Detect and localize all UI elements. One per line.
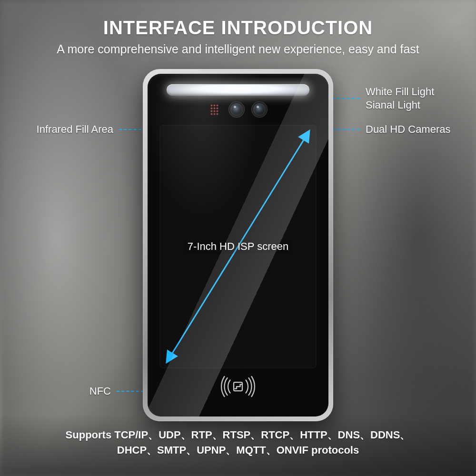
content-root: INTERFACE INTRODUCTION A more comprehens… — [0, 0, 476, 476]
device-glass: 7-Inch HD ISP screen — [148, 74, 328, 416]
page-subtitle: A more comprehensive and intelligent new… — [0, 42, 476, 56]
infrared-array-icon — [211, 105, 220, 115]
protocols-line: Supports TCP/IP、UDP、RTP、RTSP、RTCP、HTTP、D… — [57, 427, 419, 443]
page-title: INTERFACE INTRODUCTION — [0, 0, 476, 39]
annotation-label: White Fill Light — [366, 85, 434, 99]
device-bezel: 7-Inch HD ISP screen — [143, 69, 333, 421]
annotation-text: NFC — [89, 385, 111, 398]
sensor-row — [148, 103, 328, 116]
display-screen: 7-Inch HD ISP screen — [160, 125, 316, 368]
camera-lens-icon — [230, 103, 243, 116]
annotation-text: White Fill Light Sianal Light — [366, 85, 434, 111]
annotation-label: Sianal Light — [366, 99, 434, 112]
protocols-line: DHCP、SMTP、UPNP、MQTT、ONVIF protocols — [57, 443, 419, 458]
annotation-label: Dual HD Cameras — [366, 123, 451, 136]
nfc-icon — [217, 376, 259, 397]
screen-size-label: 7-Inch HD ISP screen — [185, 239, 291, 254]
annotation-label: NFC — [89, 385, 111, 398]
supported-protocols: Supports TCP/IP、UDP、RTP、RTSP、RTCP、HTTP、D… — [0, 427, 476, 458]
annotation-text: Dual HD Cameras — [366, 123, 451, 136]
annotation-text: Infrared Fill Area — [37, 123, 113, 136]
device: 7-Inch HD ISP screen — [143, 69, 333, 421]
camera-lens-icon — [253, 103, 266, 116]
fill-light-bar — [167, 84, 309, 96]
annotation-label: Infrared Fill Area — [37, 123, 113, 136]
